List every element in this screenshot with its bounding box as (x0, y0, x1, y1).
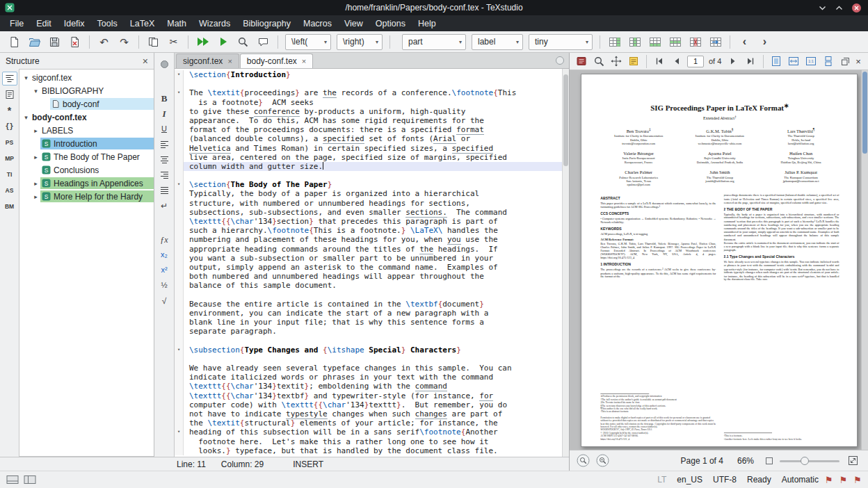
close-viewer-button[interactable]: × (852, 52, 865, 70)
editor-line-text[interactable]: numbering and placement of these heading… (184, 235, 562, 244)
table-add-row-button[interactable] (645, 33, 664, 51)
dictionary-status[interactable]: en_US (677, 475, 702, 485)
continuous-mode-button[interactable] (820, 54, 837, 69)
left-delimiter-combo[interactable]: \left(▾ (285, 34, 331, 50)
editor-line-text[interactable]: Because the entire article is contained … (184, 300, 562, 309)
editor-line-text[interactable]: to give these conference by-products a u… (184, 107, 562, 116)
editor-line-text[interactable]: environment, you can indicate the start … (184, 309, 562, 318)
table-remove-row-button[interactable] (666, 33, 684, 51)
tikz-tab[interactable]: TI (2, 168, 17, 181)
fold-marker-icon[interactable]: ▾ (175, 88, 184, 97)
fontsize-combo[interactable]: tiny▾ (529, 34, 593, 50)
maximize-button[interactable] (835, 3, 844, 13)
editor-line-text[interactable] (184, 355, 562, 364)
menu-options[interactable]: Options (369, 17, 412, 31)
editor-line-text[interactable]: structure, with numbered or unnumbered h… (184, 199, 562, 208)
collapse-arrow-icon[interactable]: ▾ (31, 88, 40, 95)
save-document-button[interactable] (45, 33, 64, 51)
detach-viewer-button[interactable] (839, 52, 851, 70)
minimize-button[interactable] (818, 3, 827, 13)
bookmark-flag-2[interactable]: ⚑ (839, 475, 848, 485)
editor-line-text[interactable] (184, 291, 562, 300)
scroll-tool-button[interactable] (608, 54, 625, 69)
magnifier-zoom-button[interactable] (595, 453, 610, 469)
editor-line-text[interactable]: \section{The Body of The Paper} (184, 180, 562, 189)
table-add-column-button[interactable] (605, 33, 624, 51)
editor-line-text[interactable]: output, simply append an asterisk to the… (184, 263, 562, 272)
editor-line-text[interactable]: live area, centered on the page, specifi… (184, 153, 562, 162)
editor-line-text[interactable]: blank line in your input file; that is w… (184, 318, 562, 327)
open-document-button[interactable] (25, 33, 44, 51)
collapse-arrow-icon[interactable]: ▾ (22, 114, 31, 121)
table-remove-column-button[interactable] (625, 33, 644, 51)
view-pdf-button[interactable] (234, 33, 252, 51)
go-forward-button[interactable]: › (755, 33, 774, 51)
menu-tools[interactable]: Tools (91, 17, 124, 31)
asymptote-tab[interactable]: AS (2, 184, 17, 197)
comment-button[interactable] (254, 33, 273, 51)
menu-view[interactable]: View (338, 17, 369, 31)
align-justify-button[interactable] (156, 183, 172, 197)
editor-line-text[interactable]: \texttt{{\char'134}textbf} and typewrite… (184, 391, 562, 400)
bookmark-flag-1[interactable]: ⚑ (825, 475, 833, 485)
align-center-button[interactable] (156, 152, 172, 167)
fit-page-button[interactable] (768, 54, 785, 69)
menu-edit[interactable]: Edit (30, 17, 58, 31)
menu-bibliography[interactable]: Bibliography (236, 17, 297, 31)
fraction-button[interactable]: ½ (156, 278, 172, 293)
option-circle-button[interactable] (156, 57, 172, 72)
encoding-status[interactable]: UTF-8 (713, 475, 737, 485)
editor-line-text[interactable]: such a hierarchy.\footnote{This is a foo… (184, 226, 562, 235)
tree-item-more-help-for-the-hardy[interactable]: ▸SMore Help for the Hardy (19, 190, 154, 203)
compile-button[interactable] (214, 33, 232, 51)
close-document-button[interactable] (65, 33, 84, 51)
expand-arrow-icon[interactable]: ▸ (31, 180, 40, 187)
collapse-arrow-icon[interactable]: ▾ (22, 74, 31, 81)
code-editor[interactable]: ▾\section{Introduction}▾The \textit{proc… (175, 69, 562, 457)
pdf-page[interactable]: SIG Proceedings Paper in LaTeX Format∗ E… (581, 74, 858, 447)
last-page-button[interactable] (742, 54, 759, 69)
undo-button[interactable]: ↶ (95, 33, 113, 51)
previous-page-button[interactable] (668, 54, 685, 69)
editor-line-text[interactable]: \texttt{{\char'134}textit}; emboldening … (184, 382, 562, 391)
zoom-box-button[interactable] (763, 452, 775, 470)
table-next-cell-button[interactable] (706, 33, 725, 51)
symbols-tab[interactable]: * (2, 104, 17, 117)
editor-line-text[interactable]: \section{Introduction} (184, 70, 562, 79)
pdf-scrollbar[interactable] (861, 70, 868, 450)
tree-item-introduction[interactable]: SIntroduction (19, 137, 154, 150)
editor-line-text[interactable]: looks.} typeface, but that is handled by… (184, 446, 562, 455)
fold-marker-icon[interactable]: ▾ (175, 345, 184, 355)
fold-marker-icon[interactable]: ▾ (175, 428, 184, 437)
sqrt-button[interactable]: √ (156, 293, 172, 308)
presentation-button[interactable] (573, 54, 590, 69)
tree-item-the-body-of-the-paper[interactable]: ▸SThe Body of The Paper (19, 150, 154, 163)
tree-item-labels[interactable]: ▸LABELS (19, 124, 154, 137)
fold-marker-icon[interactable]: ▾ (175, 70, 184, 79)
editor-line-text[interactable]: \texttt{{\char'134}section} that precede… (184, 217, 562, 226)
bold-button[interactable]: B (156, 91, 172, 106)
toggle-sidebar-button[interactable] (24, 471, 36, 488)
editor-line-text[interactable]: is a footnote} ACM seeks (184, 98, 562, 107)
italic-button[interactable]: I (156, 106, 172, 121)
close-button[interactable] (851, 3, 862, 13)
underline-button[interactable]: U (156, 122, 172, 136)
editor-line-text[interactable]: separate paragraph. (184, 327, 562, 336)
zoom-slider[interactable] (780, 455, 839, 466)
beamer-tab[interactable]: BM (2, 200, 17, 213)
toggle-output-panel-button[interactable] (6, 471, 19, 488)
tree-item-headings-in-appendices[interactable]: ▸SHeadings in Appendices (19, 177, 154, 190)
editor-scrollbar-thumb[interactable] (563, 74, 568, 166)
tree-item-sigconf-tex[interactable]: ▾sigconf.tex (19, 71, 154, 84)
editor-line-text[interactable]: format of the proceedings documents: the… (184, 125, 562, 134)
editor-line-text[interactable]: We have already seen several typeface ch… (184, 364, 562, 373)
go-back-button[interactable]: ‹ (735, 33, 754, 51)
right-delimiter-combo[interactable]: \right)▾ (337, 34, 383, 50)
expand-arrow-icon[interactable]: ▸ (31, 154, 40, 161)
menu-file[interactable]: File (3, 17, 30, 31)
expand-arrow-icon[interactable]: ▸ (31, 193, 40, 200)
fold-marker-icon[interactable]: ▾ (175, 180, 184, 189)
ready-status[interactable]: Ready (747, 475, 771, 485)
menu-wizards[interactable]: Wizards (193, 17, 236, 31)
original-size-button[interactable]: 1:1 (803, 54, 819, 69)
